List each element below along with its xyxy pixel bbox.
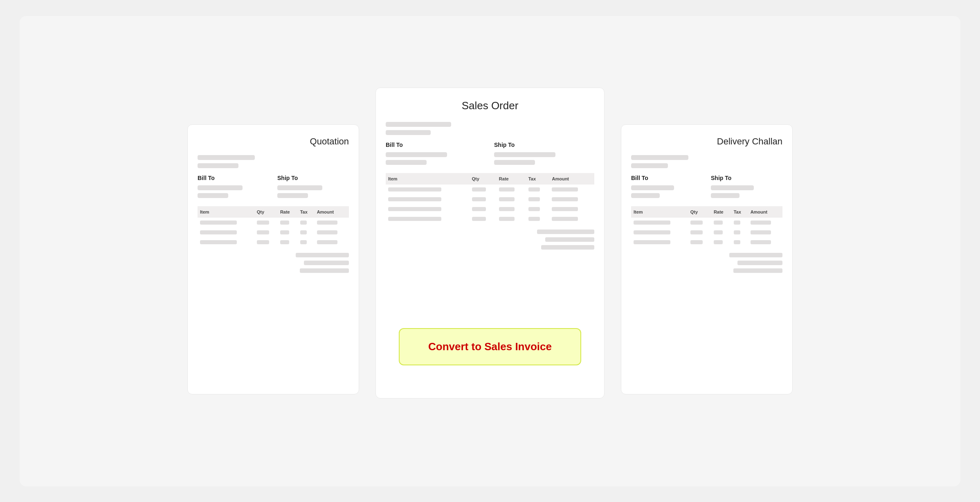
table-row	[386, 194, 594, 204]
placeholder-bar	[690, 230, 703, 234]
quotation-address-row: Bill To Ship To	[198, 175, 349, 198]
placeholder-bar	[317, 230, 337, 234]
col-amount: Amount	[315, 206, 349, 218]
placeholder-bar	[634, 221, 670, 225]
col-amount: Amount	[549, 173, 594, 185]
placeholder-bar	[537, 230, 594, 234]
placeholder-bar	[552, 187, 578, 191]
col-item: Item	[198, 206, 254, 218]
placeholder-bar	[737, 261, 782, 265]
col-amount: Amount	[748, 206, 782, 218]
table-row	[386, 204, 594, 214]
placeholder-bar	[300, 240, 307, 244]
placeholder-bar	[300, 230, 307, 234]
delivery-challan-card: Delivery Challan Bill To Ship To Item Qt…	[621, 124, 793, 394]
sales-order-ship-to: Ship To	[494, 142, 594, 165]
placeholder-bar	[734, 240, 740, 244]
placeholder-bar	[198, 193, 228, 198]
col-rate: Rate	[497, 173, 526, 185]
placeholder-bar	[386, 160, 427, 165]
col-rate: Rate	[711, 206, 731, 218]
delivery-challan-address-row: Bill To Ship To	[631, 175, 782, 198]
placeholder-bar	[751, 221, 771, 225]
placeholder-bar	[734, 230, 740, 234]
table-row	[198, 227, 349, 237]
placeholder-bar	[317, 221, 337, 225]
quotation-header-placeholders	[198, 155, 349, 168]
placeholder-bar	[494, 152, 555, 157]
placeholder-bar	[528, 187, 540, 191]
placeholder-bar	[472, 187, 486, 191]
placeholder-bar	[528, 207, 540, 211]
placeholder-bar	[545, 237, 594, 242]
delivery-challan-bill-to: Bill To	[631, 175, 703, 198]
table-row	[198, 237, 349, 247]
placeholder-bar	[300, 268, 349, 273]
placeholder-bar	[304, 261, 349, 265]
placeholder-bar	[277, 193, 308, 198]
col-qty: Qty	[470, 173, 497, 185]
delivery-challan-header-placeholders	[631, 155, 782, 168]
placeholder-bar	[552, 197, 578, 201]
placeholder-bar	[280, 240, 289, 244]
placeholder-bar	[734, 221, 740, 225]
quotation-title: Quotation	[198, 136, 349, 147]
placeholder-bar	[386, 152, 447, 157]
sales-order-header-placeholders	[386, 122, 594, 135]
main-container: Quotation Bill To Ship To Item Qty	[20, 16, 960, 486]
placeholder-bar	[751, 230, 771, 234]
placeholder-bar	[472, 207, 486, 211]
placeholder-bar	[198, 185, 243, 190]
placeholder-bar	[528, 197, 540, 201]
quotation-card: Quotation Bill To Ship To Item Qty	[187, 124, 359, 394]
placeholder-bar	[317, 240, 337, 244]
placeholder-bar	[729, 253, 782, 257]
placeholder-bar	[634, 230, 670, 234]
col-rate: Rate	[278, 206, 298, 218]
delivery-challan-title: Delivery Challan	[631, 136, 782, 147]
col-tax: Tax	[526, 173, 550, 185]
placeholder-bar	[494, 160, 535, 165]
col-tax: Tax	[298, 206, 315, 218]
placeholder-bar	[711, 193, 739, 198]
placeholder-bar	[711, 185, 754, 190]
placeholder-bar	[714, 240, 723, 244]
placeholder-bar	[388, 207, 441, 211]
placeholder-bar	[388, 217, 441, 221]
placeholder-bar	[386, 122, 451, 127]
placeholder-bar	[200, 221, 237, 225]
sales-order-bill-to: Bill To	[386, 142, 486, 165]
col-qty: Qty	[254, 206, 278, 218]
sales-order-card: Sales Order Bill To Ship To Item Qty	[375, 88, 605, 398]
placeholder-bar	[200, 240, 237, 244]
placeholder-bar	[733, 268, 782, 273]
convert-btn-wrapper: Convert to Sales Invoice	[399, 328, 581, 365]
quotation-ship-to: Ship To	[277, 175, 349, 198]
placeholder-bar	[280, 221, 289, 225]
table-row	[386, 214, 594, 224]
placeholder-bar	[690, 240, 703, 244]
placeholder-bar	[528, 217, 540, 221]
table-row	[631, 237, 782, 247]
placeholder-bar	[386, 130, 431, 135]
table-row	[631, 227, 782, 237]
placeholder-bar	[257, 230, 269, 234]
placeholder-bar	[714, 221, 723, 225]
placeholder-bar	[198, 155, 255, 160]
sales-order-title: Sales Order	[386, 99, 594, 112]
col-item: Item	[386, 173, 470, 185]
table-row	[198, 218, 349, 227]
placeholder-bar	[198, 163, 238, 168]
placeholder-bar	[280, 230, 289, 234]
placeholder-bar	[499, 197, 515, 201]
placeholder-bar	[300, 221, 307, 225]
placeholder-bar	[200, 230, 237, 234]
convert-to-sales-invoice-button[interactable]: Convert to Sales Invoice	[399, 328, 581, 365]
sales-order-summary	[386, 230, 594, 250]
placeholder-bar	[257, 221, 269, 225]
sales-order-table: Item Qty Rate Tax Amount	[386, 173, 594, 224]
delivery-challan-summary	[631, 253, 782, 273]
placeholder-bar	[277, 185, 322, 190]
placeholder-bar	[690, 221, 703, 225]
quotation-table: Item Qty Rate Tax Amount	[198, 206, 349, 247]
